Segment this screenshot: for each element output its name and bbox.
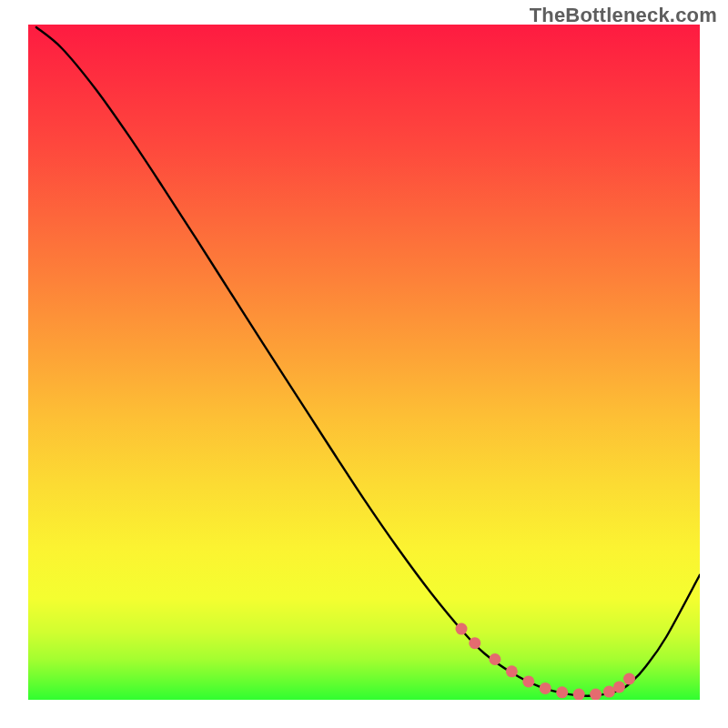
marker-dot: [456, 623, 468, 635]
marker-dot: [556, 686, 568, 698]
marker-dot: [540, 682, 551, 694]
marker-dot: [613, 681, 625, 693]
marker-dot: [469, 637, 480, 649]
chart-stage: TheBottleneck.com: [0, 0, 728, 728]
marker-dot: [506, 665, 518, 677]
plot-svg: [28, 25, 700, 700]
gradient-background: [28, 25, 700, 700]
marker-dot: [603, 686, 615, 698]
marker-dot: [489, 653, 500, 665]
marker-dot: [623, 673, 635, 685]
marker-dot: [590, 689, 602, 700]
marker-dot: [522, 675, 534, 687]
marker-dot: [573, 689, 585, 700]
watermark-text: TheBottleneck.com: [530, 4, 717, 27]
plot-area: [28, 25, 700, 700]
